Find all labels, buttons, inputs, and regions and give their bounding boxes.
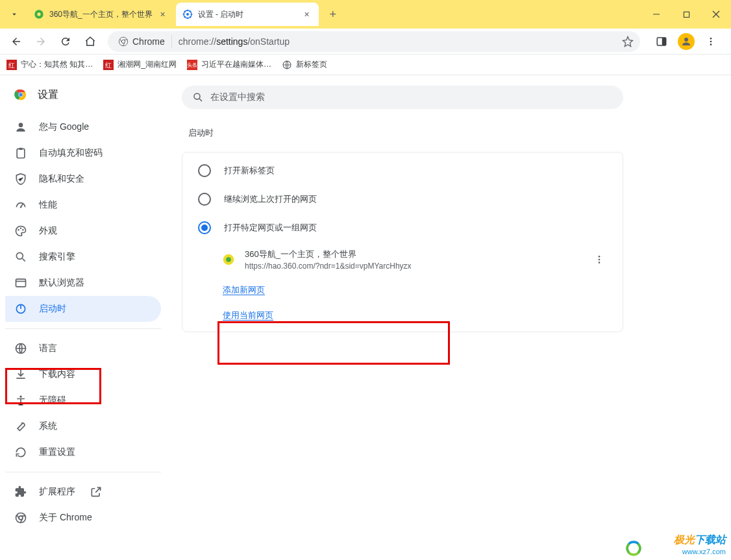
new-tab-button[interactable]: + (324, 5, 342, 23)
bookmark-label: 新标签页 (296, 59, 327, 70)
kebab-icon (594, 254, 604, 265)
radio-button[interactable] (198, 164, 211, 177)
radio-button[interactable] (198, 193, 211, 206)
toolbar: Chrome chrome://settings/onStartup (0, 29, 731, 55)
side-panel-button[interactable] (650, 30, 673, 53)
forward-button[interactable] (30, 30, 52, 53)
maximize-button[interactable] (671, 5, 701, 24)
search-placeholder: 在设置中搜索 (210, 91, 265, 103)
search-tabs-button[interactable] (5, 5, 23, 23)
divider (5, 472, 161, 472)
svg-rect-24 (17, 149, 25, 158)
browser-menu-button[interactable] (700, 30, 722, 53)
sidebar-item-reset[interactable]: 重置设置 (5, 439, 161, 465)
bookmark-label: 宁心：知其然 知其… (21, 59, 93, 70)
home-button[interactable] (79, 30, 101, 53)
person-icon (680, 36, 692, 47)
svg-rect-4 (684, 12, 689, 17)
bookmark-item[interactable]: 红 湘潮网_湖南红网 (103, 59, 177, 70)
sidebar-item-you-google[interactable]: 您与 Google (5, 114, 161, 140)
svg-point-9 (684, 38, 688, 42)
radio-option-newtab[interactable]: 打开新标签页 (182, 156, 623, 185)
startup-page-entry: 360导航_一个主页，整个世界 https://hao.360.com/?ndr… (182, 242, 623, 277)
sidebar-item-performance[interactable]: 性能 (5, 192, 161, 218)
svg-point-40 (599, 256, 601, 258)
svg-point-42 (599, 262, 601, 263)
tab-title: 设置 - 启动时 (198, 9, 297, 20)
sidebar-item-about[interactable]: 关于 Chrome (5, 505, 161, 531)
site-info-chip[interactable]: Chrome (114, 35, 172, 48)
sidebar-item-label: 启动时 (39, 303, 66, 315)
sidebar-item-label: 扩展程序 (39, 486, 75, 498)
settings-search-input[interactable]: 在设置中搜索 (182, 86, 623, 109)
settings-gear-icon (182, 9, 193, 19)
svg-point-34 (19, 396, 21, 398)
startup-card: 打开新标签页 继续浏览上次打开的网页 打开特定网页或一组网页 360导航_一个主… (182, 152, 623, 332)
bookmark-item[interactable]: 新标签页 (282, 59, 327, 70)
startup-page-title: 360导航_一个主页，整个世界 (245, 249, 581, 260)
sidebar-item-autofill[interactable]: 自动填充和密码 (5, 140, 161, 166)
sidebar-item-downloads[interactable]: 下载内容 (5, 361, 161, 387)
sidebar-item-system[interactable]: 系统 (5, 413, 161, 439)
globe-icon (14, 342, 27, 355)
tab-close-button[interactable]: × (158, 9, 168, 19)
radio-button-checked[interactable] (198, 221, 211, 234)
page-favicon-360-icon (223, 254, 234, 265)
add-page-link[interactable]: 添加新网页 (223, 285, 265, 295)
sidebar-item-appearance[interactable]: 外观 (5, 218, 161, 244)
accessibility-icon (14, 394, 27, 407)
sidebar-item-label: 语言 (39, 343, 57, 354)
bookmark-item[interactable]: 头条 习近平在越南媒体… (187, 59, 271, 70)
reload-button[interactable] (55, 30, 77, 53)
divider (5, 328, 161, 329)
close-window-button[interactable] (701, 5, 731, 24)
reset-icon (14, 446, 27, 459)
svg-point-1 (37, 12, 40, 16)
sidebar-item-extensions[interactable]: 扩展程序 (5, 479, 161, 505)
bookmark-item[interactable]: 红 宁心：知其然 知其… (6, 59, 93, 70)
radio-option-continue[interactable]: 继续浏览上次打开的网页 (182, 185, 623, 213)
settings-main: 在设置中搜索 启动时 打开新标签页 继续浏览上次打开的网页 打开特定网页或一组网… (166, 75, 647, 560)
radio-option-specific[interactable]: 打开特定网页或一组网页 (182, 213, 623, 242)
chevron-down-icon (10, 10, 19, 19)
sidebar-item-accessibility[interactable]: 无障碍 (5, 387, 161, 413)
page-more-button[interactable] (591, 252, 607, 267)
use-current-row: 使用当前网页 (182, 302, 623, 328)
svg-point-37 (194, 93, 200, 99)
svg-point-39 (226, 257, 231, 262)
sidebar-item-privacy[interactable]: 隐私和安全 (5, 166, 161, 192)
sidebar-item-label: 系统 (39, 420, 57, 432)
browser-tab-active[interactable]: 设置 - 启动时 × (176, 3, 319, 26)
svg-point-12 (710, 43, 712, 45)
tab-close-button[interactable]: × (302, 9, 312, 19)
sidebar-item-label: 您与 Google (39, 121, 89, 133)
svg-text:头条: 头条 (187, 62, 197, 68)
use-current-link[interactable]: 使用当前网页 (223, 310, 273, 321)
bookmark-star-button[interactable] (622, 36, 634, 47)
sidebar-item-on-startup[interactable]: 启动时 (5, 296, 161, 322)
address-bar[interactable]: Chrome chrome://settings/onStartup (108, 31, 640, 52)
browser-tab[interactable]: 360导航_一个主页，整个世界 × (27, 3, 175, 26)
external-link-icon (90, 485, 103, 498)
back-button[interactable] (5, 30, 27, 53)
palette-icon (14, 225, 27, 237)
svg-text:红: 红 (8, 62, 15, 69)
svg-rect-25 (19, 148, 23, 150)
chrome-icon (118, 36, 129, 47)
puzzle-icon (14, 485, 27, 498)
svg-point-3 (186, 13, 189, 16)
sidebar-item-search[interactable]: 搜索引擎 (5, 244, 161, 270)
section-title: 启动时 (182, 127, 631, 139)
svg-rect-8 (662, 38, 666, 45)
svg-point-23 (19, 123, 23, 127)
sidebar-item-default-browser[interactable]: 默认浏览器 (5, 270, 161, 296)
profile-avatar-button[interactable] (678, 33, 695, 50)
minimize-button[interactable] (641, 5, 671, 24)
sidebar-item-label: 搜索引擎 (39, 251, 75, 263)
sidebar-item-label: 性能 (39, 199, 57, 211)
speedometer-icon (14, 199, 27, 212)
sidebar-item-label: 下载内容 (39, 369, 75, 380)
sidebar-item-languages[interactable]: 语言 (5, 335, 161, 361)
sidebar-item-label: 外观 (39, 225, 57, 237)
bookmark-label: 习近平在越南媒体… (201, 59, 271, 70)
